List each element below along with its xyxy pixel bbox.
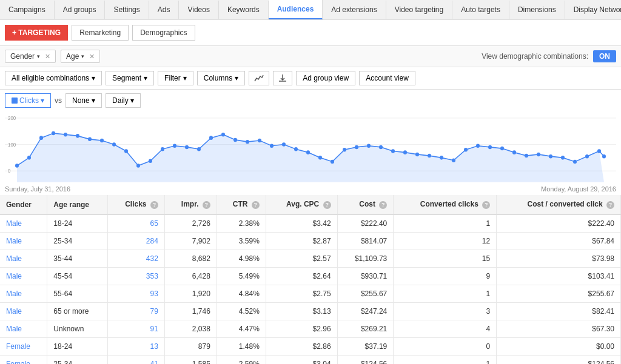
tab-autotargets[interactable]: Auto targets — [452, 1, 509, 19]
cell-cost-1: $814.07 — [337, 233, 394, 250]
cell-clicks-8: 41 — [107, 356, 164, 365]
cell-gender-7: Female — [0, 338, 47, 356]
tab-settings[interactable]: Settings — [105, 1, 149, 19]
clicks-metric-label: Clicks — [19, 96, 39, 105]
cost-help-icon[interactable]: ? — [379, 201, 387, 209]
clicks-help-icon[interactable]: ? — [150, 201, 158, 209]
top-navigation: Campaigns Ad groups Settings Ads Videos … — [0, 0, 621, 20]
adgroup-view-button[interactable]: Ad group view — [296, 71, 355, 85]
header-converted-clicks: Converted clicks ? — [394, 195, 497, 214]
svg-point-41 — [428, 154, 431, 158]
download-icon — [278, 74, 287, 82]
filter-button[interactable]: Filter ▾ — [158, 71, 193, 85]
tab-videotargeting[interactable]: Video targeting — [386, 1, 453, 19]
svg-point-34 — [343, 148, 346, 152]
svg-point-49 — [525, 154, 528, 158]
clicks-metric-button[interactable]: Clicks ▾ — [5, 93, 51, 108]
svg-point-15 — [112, 142, 116, 147]
none-metric-button[interactable]: None ▾ — [65, 93, 102, 108]
cell-ctr-0: 2.38% — [217, 214, 266, 233]
account-view-button[interactable]: Account view — [359, 71, 415, 85]
chart-icon-button[interactable] — [249, 71, 269, 85]
svg-point-54 — [585, 154, 589, 159]
cell-clicks-7: 13 — [107, 338, 164, 356]
line-chart-icon — [254, 74, 264, 82]
header-impr: Impr. ? — [164, 195, 217, 214]
svg-point-40 — [415, 153, 419, 157]
cell-clicks-1: 284 — [107, 233, 164, 250]
svg-point-13 — [88, 137, 92, 142]
svg-point-32 — [318, 156, 322, 160]
age-filter[interactable]: Age ▾ ✕ — [61, 50, 100, 63]
vs-label: vs — [55, 96, 62, 105]
period-button[interactable]: Daily ▾ — [106, 93, 141, 108]
combinations-dropdown-icon: ▾ — [92, 74, 95, 82]
tab-keywords[interactable]: Keywords — [219, 1, 269, 19]
tab-adgroups[interactable]: Ad groups — [55, 1, 106, 19]
svg-point-55 — [597, 149, 601, 153]
cell-impr-1: 7,902 — [164, 233, 217, 250]
cell-age-5: 65 or more — [47, 303, 107, 320]
download-button[interactable] — [273, 71, 292, 85]
cell-cost-7: $37.19 — [337, 338, 394, 356]
svg-point-42 — [440, 156, 443, 160]
svg-point-21 — [185, 145, 189, 150]
none-dropdown-icon: ▾ — [92, 96, 95, 105]
tab-ads[interactable]: Ads — [149, 1, 180, 19]
cell-cpc-8: $3.04 — [266, 356, 337, 365]
columns-button[interactable]: Columns ▾ — [197, 71, 245, 85]
cell-cost-conv-4: $255.67 — [497, 285, 621, 303]
targeting-button[interactable]: + TARGETING — [5, 25, 68, 41]
cell-ctr-4: 4.84% — [217, 285, 266, 303]
cell-conv-clicks-1: 12 — [394, 233, 497, 250]
tab-campaigns[interactable]: Campaigns — [0, 1, 55, 19]
svg-point-24 — [221, 133, 225, 137]
svg-point-25 — [233, 138, 237, 142]
cell-cpc-7: $2.86 — [266, 338, 337, 356]
cell-ctr-6: 4.47% — [217, 320, 266, 338]
conv-clicks-help-icon[interactable]: ? — [482, 201, 490, 209]
cell-cost-conv-1: $67.84 — [497, 233, 621, 250]
svg-point-51 — [549, 154, 552, 159]
tab-displaynetwork[interactable]: Display Network — [565, 1, 621, 19]
impr-help-icon[interactable]: ? — [203, 201, 210, 209]
demographics-button[interactable]: Demographics — [132, 25, 195, 41]
svg-point-20 — [173, 144, 176, 148]
tab-adextensions[interactable]: Ad extensions — [323, 1, 386, 19]
all-combinations-label: All eligible combinations — [12, 74, 89, 82]
table-header-row: Gender Age range Clicks ? Impr. ? CTR ? — [0, 195, 621, 214]
view-demo-label: View demographic combinations: — [482, 52, 588, 61]
cost-conv-help-icon[interactable]: ? — [606, 201, 614, 209]
none-label: None — [72, 96, 90, 105]
header-age-range: Age range — [47, 195, 107, 214]
tab-dimensions[interactable]: Dimensions — [509, 1, 565, 19]
age-close-icon[interactable]: ✕ — [89, 53, 95, 61]
ctr-help-icon[interactable]: ? — [252, 201, 260, 209]
filter-row: Gender ▾ ✕ Age ▾ ✕ View demographic comb… — [0, 46, 621, 67]
cpc-help-icon[interactable]: ? — [323, 201, 331, 209]
cell-gender-0: Male — [0, 214, 47, 233]
cell-age-3: 45-54 — [47, 268, 107, 285]
cell-gender-6: Male — [0, 320, 47, 338]
svg-text:100: 100 — [8, 141, 16, 147]
age-label: Age — [66, 52, 79, 61]
cell-conv-clicks-6: 4 — [394, 320, 497, 338]
demographic-toggle[interactable]: ON — [593, 50, 616, 62]
svg-point-48 — [512, 150, 516, 154]
data-table: Gender Age range Clicks ? Impr. ? CTR ? — [0, 195, 621, 364]
svg-point-36 — [367, 144, 371, 148]
all-combinations-button[interactable]: All eligible combinations ▾ — [5, 71, 102, 85]
tab-videos[interactable]: Videos — [179, 1, 218, 19]
svg-point-12 — [76, 134, 79, 138]
cell-conv-clicks-0: 1 — [394, 214, 497, 233]
header-gender: Gender — [0, 195, 47, 214]
tab-audiences[interactable]: Audiences — [269, 0, 323, 19]
svg-point-16 — [124, 149, 128, 153]
gender-filter[interactable]: Gender ▾ ✕ — [5, 50, 56, 63]
cell-ctr-7: 1.48% — [217, 338, 266, 356]
svg-point-46 — [488, 145, 492, 150]
remarketing-button[interactable]: Remarketing — [72, 25, 129, 41]
segment-button[interactable]: Segment ▾ — [106, 71, 154, 85]
gender-close-icon[interactable]: ✕ — [45, 53, 50, 61]
cell-ctr-5: 4.52% — [217, 303, 266, 320]
